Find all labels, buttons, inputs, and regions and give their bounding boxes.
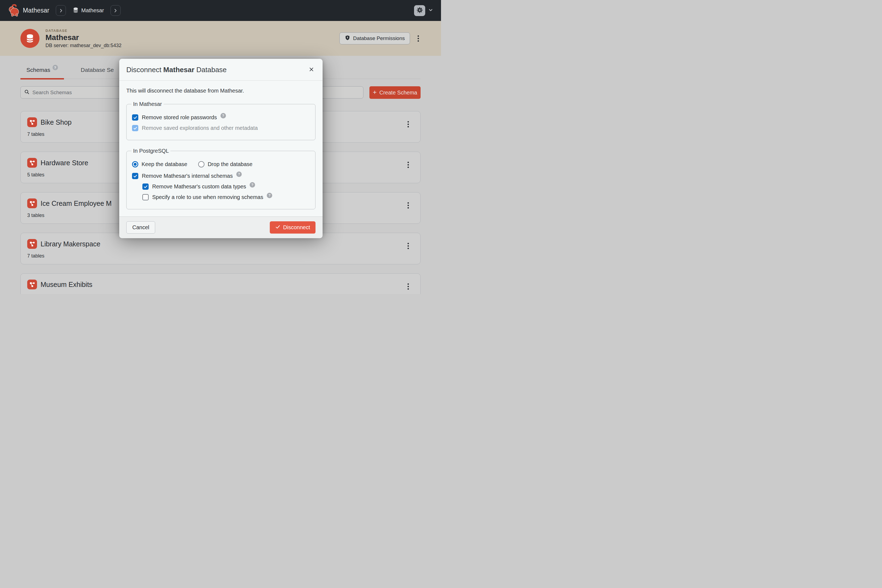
modal-header: Disconnect Mathesar Database bbox=[119, 59, 322, 81]
option-specify-role: Specify a role to use when removing sche… bbox=[142, 194, 310, 200]
in-mathesar-legend: In Mathesar bbox=[132, 101, 164, 107]
modal-title-suffix: Database bbox=[196, 66, 226, 74]
option-remove-saved-explorations: Remove saved explorations and other meta… bbox=[132, 125, 310, 131]
schema-kebab-icon[interactable] bbox=[406, 282, 411, 291]
option-label: Specify a role to use when removing sche… bbox=[152, 194, 263, 200]
checkbox-unchecked[interactable] bbox=[142, 194, 148, 200]
app-root: Mathesar Mathesar bbox=[0, 0, 441, 294]
tab-database-settings[interactable]: Database Se bbox=[75, 67, 120, 79]
in-mathesar-fieldset: In Mathesar Remove stored role passwords… bbox=[126, 101, 315, 140]
database-cylinder-icon bbox=[72, 7, 79, 14]
option-remove-internal-schemas: Remove Mathesar's internal schemas ? bbox=[132, 173, 310, 179]
search-icon bbox=[24, 89, 30, 96]
schema-kebab-icon[interactable] bbox=[406, 120, 411, 129]
modal-title-database-name: Mathesar bbox=[164, 66, 194, 74]
database-server-info: DB server: mathesar_dev_db:5432 bbox=[45, 43, 122, 48]
modal-title: Disconnect Mathesar Database bbox=[126, 66, 227, 74]
database-header: DATABASE Mathesar DB server: mathesar_de… bbox=[0, 21, 441, 56]
create-schema-label: Create Schema bbox=[380, 90, 417, 96]
database-title: Mathesar bbox=[45, 33, 122, 42]
disconnect-button[interactable]: Disconnect bbox=[270, 221, 315, 234]
radio-unselected[interactable] bbox=[198, 161, 204, 167]
chevron-down-icon[interactable] bbox=[428, 8, 434, 14]
option-label: Remove stored role passwords bbox=[142, 114, 217, 121]
schema-name: Hardware Store bbox=[40, 159, 88, 167]
schema-name: Library Makerspace bbox=[40, 240, 100, 248]
modal-title-prefix: Disconnect bbox=[126, 66, 161, 74]
settings-menu-button[interactable] bbox=[414, 5, 425, 16]
option-label: Remove Mathesar's custom data types bbox=[152, 183, 246, 190]
database-kicker-label: DATABASE bbox=[45, 28, 122, 33]
checkbox-checked-disabled bbox=[132, 125, 138, 131]
schema-kebab-icon[interactable] bbox=[406, 241, 411, 251]
database-actions-kebab-icon[interactable] bbox=[416, 34, 421, 43]
schema-name: Museum Exhibits bbox=[40, 280, 92, 288]
schema-kebab-icon[interactable] bbox=[406, 201, 411, 210]
option-remove-custom-data-types: Remove Mathesar's custom data types ? bbox=[142, 183, 310, 190]
create-schema-button[interactable]: + Create Schema bbox=[369, 86, 421, 99]
option-label: Remove Mathesar's internal schemas bbox=[142, 173, 233, 179]
brand-name: Mathesar bbox=[23, 7, 49, 14]
check-icon bbox=[275, 224, 280, 231]
brand-home-link[interactable]: Mathesar bbox=[8, 3, 49, 18]
cancel-button[interactable]: Cancel bbox=[126, 221, 155, 234]
in-postgresql-legend: In PostgreSQL bbox=[132, 148, 170, 154]
database-permissions-label: Database Permissions bbox=[353, 35, 405, 41]
tab-settings-label: Database Se bbox=[81, 67, 114, 73]
option-label: Remove saved explorations and other meta… bbox=[142, 125, 258, 131]
schemas-help-icon[interactable]: ? bbox=[52, 65, 58, 70]
schema-icon bbox=[27, 239, 37, 249]
schema-card-museum-exhibits[interactable]: Museum Exhibits bbox=[20, 273, 421, 294]
database-avatar bbox=[20, 29, 39, 48]
option-remove-stored-role-passwords: Remove stored role passwords ? bbox=[132, 114, 310, 121]
checkbox-checked[interactable] bbox=[132, 114, 138, 121]
radio-label: Drop the database bbox=[208, 161, 253, 167]
radio-selected[interactable] bbox=[132, 161, 138, 167]
schema-name: Ice Cream Employee M bbox=[40, 200, 112, 207]
radio-drop-database[interactable]: Drop the database bbox=[198, 161, 253, 167]
breadcrumb-database-name: Mathesar bbox=[81, 8, 104, 14]
schema-kebab-icon[interactable] bbox=[406, 160, 411, 170]
checkbox-checked[interactable] bbox=[142, 183, 148, 190]
schema-icon bbox=[27, 158, 37, 168]
radio-keep-database[interactable]: Keep the database bbox=[132, 161, 187, 167]
schema-icon bbox=[27, 280, 37, 290]
schema-icon bbox=[27, 198, 37, 208]
help-icon[interactable]: ? bbox=[236, 171, 242, 177]
radio-label: Keep the database bbox=[141, 161, 187, 167]
disconnect-label: Disconnect bbox=[283, 224, 310, 231]
help-icon[interactable]: ? bbox=[220, 113, 226, 118]
breadcrumb-expand-button-2[interactable] bbox=[111, 5, 121, 16]
tab-schemas[interactable]: Schemas ? bbox=[20, 67, 64, 79]
modal-body: This will disconnect the database from M… bbox=[119, 81, 322, 216]
top-navbar: Mathesar Mathesar bbox=[0, 0, 441, 21]
help-icon[interactable]: ? bbox=[250, 182, 255, 188]
modal-footer: Cancel Disconnect bbox=[119, 216, 322, 238]
checkbox-checked[interactable] bbox=[132, 173, 138, 179]
breadcrumb-expand-button[interactable] bbox=[56, 5, 66, 16]
schema-name: Bike Shop bbox=[40, 118, 72, 126]
in-postgresql-fieldset: In PostgreSQL Keep the database Drop the… bbox=[126, 148, 315, 209]
mathesar-elephant-logo-icon bbox=[8, 3, 20, 18]
database-permissions-button[interactable]: Database Permissions bbox=[339, 32, 410, 44]
modal-intro-text: This will disconnect the database from M… bbox=[126, 88, 315, 94]
disconnect-database-modal: Disconnect Mathesar Database This will d… bbox=[119, 59, 322, 236]
database-fate-radio-group: Keep the database Drop the database bbox=[132, 161, 310, 167]
breadcrumb-database-item[interactable]: Mathesar bbox=[72, 7, 104, 14]
schema-icon bbox=[27, 117, 37, 127]
close-icon[interactable] bbox=[308, 65, 315, 74]
shield-lock-icon bbox=[345, 35, 350, 42]
plus-icon: + bbox=[373, 89, 377, 96]
help-icon[interactable]: ? bbox=[267, 193, 272, 198]
schema-table-count: 7 tables bbox=[27, 253, 414, 259]
tab-schemas-label: Schemas bbox=[26, 67, 50, 73]
gear-icon bbox=[416, 6, 423, 14]
